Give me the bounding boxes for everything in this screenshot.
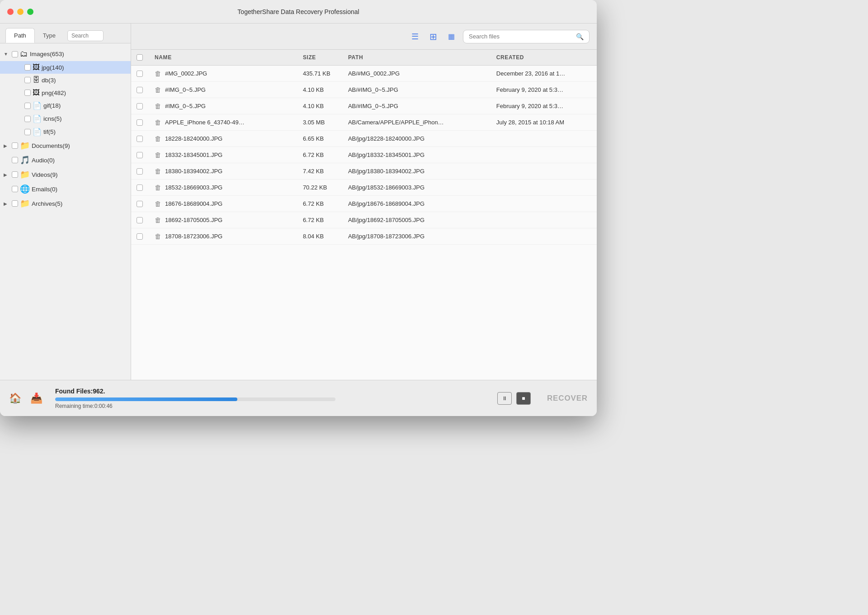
row-name-cell: 🗑 #MG_0002.JPG <box>149 66 297 82</box>
col-header-size[interactable]: SIZE <box>297 50 343 66</box>
sidebar-item-db[interactable]: 🗄 db(3) <box>0 74 131 86</box>
file-table-container[interactable]: NAME SIZE PATH CREATED 🗑 #MG_0002.JPG 43… <box>131 50 597 380</box>
select-all-checkbox[interactable] <box>137 54 143 61</box>
table-row[interactable]: 🗑 18708-18723006.JPG 8.04 KB AB/jpg/1870… <box>131 228 597 245</box>
sidebar-item-images[interactable]: ▼ 🗂 Images(653) <box>0 47 131 61</box>
table-row[interactable]: 🗑 18532-18669003.JPG 70.22 KB AB/jpg/185… <box>131 180 597 196</box>
toolbar: ☰ ⊞ ▦ 🔍 <box>131 24 597 50</box>
table-row[interactable]: 🗑 #IMG_0~5.JPG 4.10 KB AB/#IMG_0~5.JPG F… <box>131 82 597 98</box>
row-checkbox-cell[interactable] <box>131 163 149 180</box>
sidebar-search-input[interactable] <box>67 30 104 41</box>
row-path-cell: AB/#IMG_0~5.JPG <box>343 98 491 114</box>
row-checkbox[interactable] <box>137 71 143 77</box>
row-checkbox[interactable] <box>137 103 143 109</box>
row-checkbox-cell[interactable] <box>131 228 149 245</box>
sidebar-item-audio[interactable]: 🎵 Audio(0) <box>0 153 131 167</box>
col-header-check[interactable] <box>131 50 149 66</box>
checkbox-videos[interactable] <box>12 171 18 178</box>
checkbox-icns[interactable] <box>24 116 31 122</box>
sidebar-item-tif[interactable]: 📄 tif(5) <box>0 125 131 138</box>
label-videos: Videos(9) <box>32 171 127 178</box>
view-list-button[interactable]: ☰ <box>409 30 421 43</box>
minimize-button[interactable] <box>17 9 24 15</box>
table-row[interactable]: 🗑 APPLE_iPhone 6_43740-49… 3.05 MB AB/Ca… <box>131 114 597 131</box>
sidebar-item-documents[interactable]: ▶ 📁 Documents(9) <box>0 138 131 153</box>
sidebar-item-jpg[interactable]: 🖼 jpg(140) <box>0 61 131 74</box>
download-button[interactable]: 📥 <box>30 393 42 404</box>
sidebar-item-videos[interactable]: ▶ 📁 Videos(9) <box>0 167 131 182</box>
checkbox-archives[interactable] <box>12 200 18 207</box>
row-checkbox-cell[interactable] <box>131 147 149 163</box>
row-checkbox[interactable] <box>137 136 143 142</box>
tab-type[interactable]: Type <box>35 28 64 43</box>
row-name-cell: 🗑 18692-18705005.JPG <box>149 212 297 228</box>
sidebar-tree: ▼ 🗂 Images(653) 🖼 jpg(140) 🗄 db(3) <box>0 43 131 380</box>
checkbox-db[interactable] <box>24 77 31 83</box>
checkbox-images[interactable] <box>12 51 18 57</box>
sidebar-item-png[interactable]: 🖼 png(482) <box>0 86 131 99</box>
table-row[interactable]: 🗑 #IMG_0~5.JPG 4.10 KB AB/#IMG_0~5.JPG F… <box>131 98 597 114</box>
checkbox-audio[interactable] <box>12 157 18 163</box>
checkbox-documents[interactable] <box>12 142 18 149</box>
search-input[interactable] <box>469 33 576 40</box>
row-checkbox[interactable] <box>137 87 143 93</box>
row-checkbox-cell[interactable] <box>131 82 149 98</box>
list-icon: ☰ <box>411 32 419 42</box>
row-checkbox-cell[interactable] <box>131 66 149 82</box>
row-size-cell: 4.10 KB <box>297 82 343 98</box>
row-size-cell: 6.72 KB <box>297 196 343 212</box>
label-documents: Documents(9) <box>32 142 127 149</box>
checkbox-tif[interactable] <box>24 129 31 135</box>
tab-path[interactable]: Path <box>5 28 35 43</box>
row-checkbox-cell[interactable] <box>131 180 149 196</box>
db-icon: 🗄 <box>33 76 40 84</box>
row-checkbox[interactable] <box>137 168 143 175</box>
table-row[interactable]: 🗑 18228-18240000.JPG 6.65 KB AB/jpg/1822… <box>131 131 597 147</box>
row-checkbox-cell[interactable] <box>131 196 149 212</box>
table-row[interactable]: 🗑 #MG_0002.JPG 435.71 KB AB/#MG_0002.JPG… <box>131 66 597 82</box>
trash-icon: 🗑 <box>155 232 161 240</box>
checkbox-jpg[interactable] <box>24 64 31 71</box>
file-name: 18380-18394002.JPG <box>165 168 222 175</box>
row-checkbox[interactable] <box>137 233 143 240</box>
table-row[interactable]: 🗑 18332-18345001.JPG 6.72 KB AB/jpg/1833… <box>131 147 597 163</box>
search-icon[interactable]: 🔍 <box>576 33 584 40</box>
col-header-path[interactable]: PATH <box>343 50 491 66</box>
row-checkbox[interactable] <box>137 201 143 207</box>
row-checkbox-cell[interactable] <box>131 98 149 114</box>
recover-button[interactable]: RECOVER <box>547 394 588 403</box>
maximize-button[interactable] <box>27 9 33 15</box>
label-png: png(482) <box>42 90 127 96</box>
row-checkbox-cell[interactable] <box>131 114 149 131</box>
checkbox-emails[interactable] <box>12 186 18 192</box>
sidebar-item-emails[interactable]: 🌐 Emails(0) <box>0 182 131 196</box>
table-row[interactable]: 🗑 18380-18394002.JPG 7.42 KB AB/jpg/1838… <box>131 163 597 180</box>
sidebar-item-archives[interactable]: ▶ 📁 Archives(5) <box>0 196 131 211</box>
table-row[interactable]: 🗑 18676-18689004.JPG 6.72 KB AB/jpg/1867… <box>131 196 597 212</box>
row-checkbox[interactable] <box>137 119 143 126</box>
label-archives: Archives(5) <box>32 200 127 207</box>
col-header-name[interactable]: NAME <box>149 50 297 66</box>
progress-bar-fill <box>55 397 237 401</box>
row-checkbox-cell[interactable] <box>131 212 149 228</box>
view-detail-button[interactable]: ▦ <box>445 30 458 43</box>
close-button[interactable] <box>7 9 14 15</box>
sidebar-item-gif[interactable]: 📄 gif(18) <box>0 99 131 112</box>
label-icns: icns(5) <box>43 115 127 122</box>
pause-button[interactable]: ⏸ <box>497 392 512 405</box>
col-header-created[interactable]: CREATED <box>491 50 597 66</box>
row-checkbox[interactable] <box>137 152 143 158</box>
row-checkbox[interactable] <box>137 217 143 223</box>
view-grid-button[interactable]: ⊞ <box>427 29 440 44</box>
row-path-cell: AB/#MG_0002.JPG <box>343 66 491 82</box>
label-images: Images(653) <box>30 51 127 57</box>
row-checkbox-cell[interactable] <box>131 131 149 147</box>
checkbox-gif[interactable] <box>24 103 31 109</box>
checkbox-png[interactable] <box>24 90 31 96</box>
row-checkbox[interactable] <box>137 184 143 191</box>
table-row[interactable]: 🗑 18692-18705005.JPG 6.72 KB AB/jpg/1869… <box>131 212 597 228</box>
app-title: TogetherShare Data Recovery Professional <box>237 8 359 15</box>
stop-button[interactable]: ■ <box>516 392 531 405</box>
home-button[interactable]: 🏠 <box>9 393 21 404</box>
sidebar-item-icns[interactable]: 📄 icns(5) <box>0 112 131 125</box>
